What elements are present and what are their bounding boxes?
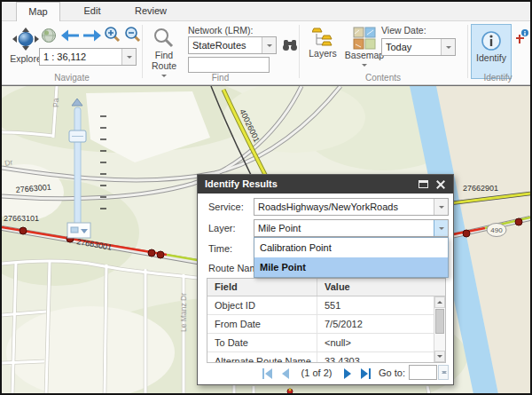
table-cell-field: Object ID xyxy=(207,296,317,314)
tab-review[interactable]: Review xyxy=(126,2,176,21)
table-row: Alternate Route Name 33 4303 xyxy=(207,352,445,363)
globe-icon xyxy=(41,28,57,43)
chevron-down-icon xyxy=(267,44,272,50)
explore-label: Explore xyxy=(10,53,42,64)
route-label: 27663101 xyxy=(4,214,39,223)
network-lrm-combobox[interactable]: StateRoutes xyxy=(188,36,277,54)
identify-results-dialog: Identify Results Service: RoadsHighways/… xyxy=(197,174,454,385)
chevron-down-icon xyxy=(446,46,451,51)
scrollbar-thumb[interactable] xyxy=(435,309,444,334)
mile-point-marker[interactable] xyxy=(463,230,470,237)
map-scale-value: 1 : 36,112 xyxy=(43,49,121,65)
layer-dropdown-button[interactable] xyxy=(434,220,448,236)
zoom-in-button[interactable] xyxy=(104,26,121,47)
last-page-button[interactable] xyxy=(359,367,372,380)
layer-value: Mile Point xyxy=(258,220,433,236)
basemap-button[interactable]: Basemap xyxy=(344,27,385,80)
service-dropdown-button[interactable] xyxy=(434,199,448,215)
table-row: To Date <null> xyxy=(207,334,445,352)
chevron-down-icon xyxy=(439,206,444,211)
table-header-value: Value xyxy=(317,279,445,296)
dropdown-option-mile-point[interactable]: Mile Point xyxy=(254,257,448,277)
table-row: Object ID 551 xyxy=(207,296,445,315)
chevron-down-icon xyxy=(437,355,442,360)
network-lrm-dropdown-button[interactable] xyxy=(262,37,276,53)
mile-point-marker[interactable] xyxy=(515,218,522,225)
map-scale-dropdown-button[interactable] xyxy=(121,49,136,65)
layer-combobox[interactable]: Mile Point xyxy=(254,219,449,237)
tab-review-label: Review xyxy=(135,5,167,16)
table-cell-value: 7/5/2012 xyxy=(317,315,445,333)
service-combobox[interactable]: RoadsHighways/NewYorkRoads xyxy=(254,198,449,216)
identify-button[interactable]: Identify xyxy=(471,24,512,79)
mile-point-marker[interactable] xyxy=(20,227,27,234)
basemap-icon xyxy=(353,27,376,50)
table-header-field: Field xyxy=(207,279,317,296)
view-date-value: Today xyxy=(386,39,440,55)
view-date-dropdown-button[interactable] xyxy=(441,39,455,55)
mile-point-marker[interactable] xyxy=(157,251,164,258)
zoom-out-button[interactable] xyxy=(124,26,142,47)
explore-icon xyxy=(12,27,40,53)
scroll-down-button[interactable] xyxy=(434,351,445,362)
chevron-down-icon xyxy=(127,56,132,61)
network-lrm-value: StateRoutes xyxy=(192,37,261,53)
table-cell-value: 33 4303 xyxy=(317,352,445,363)
zoom-in-icon xyxy=(104,26,121,43)
identify-icon xyxy=(480,29,503,52)
tab-edit-label: Edit xyxy=(84,5,101,16)
maximize-icon[interactable] xyxy=(419,180,428,188)
first-page-button[interactable] xyxy=(262,367,274,380)
service-label: Service: xyxy=(208,201,244,212)
forward-arrow-icon xyxy=(82,28,102,43)
table-cell-value: 551 xyxy=(317,296,445,314)
search-routes-button[interactable] xyxy=(282,37,298,57)
layers-icon xyxy=(312,27,333,48)
dropdown-option-calibration-point[interactable]: Calibration Point xyxy=(254,238,448,257)
zoom-slider-track[interactable] xyxy=(74,107,81,230)
ribbon-tabstrip: Map Edit Review xyxy=(2,2,530,21)
map-scale-combobox[interactable]: 1 : 36,112 xyxy=(39,48,137,66)
goto-spinner[interactable] xyxy=(438,365,449,380)
tab-map[interactable]: Map xyxy=(16,2,60,21)
route-input[interactable] xyxy=(188,57,270,73)
table-cell-value: <null> xyxy=(317,334,445,352)
attributes-table: Field Value Object ID 551 From Date 7/5/… xyxy=(207,278,446,363)
service-value: RoadsHighways/NewYorkRoads xyxy=(258,199,433,215)
mile-point-marker[interactable] xyxy=(148,249,155,257)
identify-route-location-button[interactable] xyxy=(514,29,529,48)
find-route-label-line1: Find xyxy=(155,50,173,60)
network-lrm-label: Network (LRM): xyxy=(188,25,254,36)
street-label: Dr xyxy=(4,157,13,168)
find-route-label-line2: Route xyxy=(152,60,176,71)
previous-extent-button[interactable] xyxy=(60,28,80,46)
table-scrollbar[interactable] xyxy=(434,296,445,362)
identify-route-location-icon xyxy=(514,29,529,44)
group-divider xyxy=(142,25,143,78)
next-page-button[interactable] xyxy=(341,367,354,380)
street-label: Pa xyxy=(51,98,60,107)
basemap-label: Basemap xyxy=(345,50,384,60)
close-icon[interactable] xyxy=(435,179,445,189)
goto-page-input[interactable] xyxy=(409,365,437,380)
contents-group-label: Contents xyxy=(299,73,467,83)
group-divider xyxy=(467,25,468,78)
dialog-titlebar[interactable]: Identify Results xyxy=(198,175,453,194)
previous-page-button[interactable] xyxy=(279,367,292,380)
full-extent-button[interactable] xyxy=(41,28,57,47)
table-cell-field: Alternate Route Name xyxy=(207,352,317,363)
route-label: 27662901 xyxy=(463,184,498,193)
layer-dropdown-list: Calibration Point Mile Point xyxy=(254,237,449,278)
view-date-combobox[interactable]: Today xyxy=(381,38,456,56)
layers-button[interactable]: Layers xyxy=(304,27,341,76)
map-point-feature-dot xyxy=(289,389,292,391)
scroll-up-button[interactable] xyxy=(434,296,445,308)
zoom-out-icon xyxy=(124,26,142,43)
next-extent-button[interactable] xyxy=(82,28,102,46)
identify-label: Identify xyxy=(476,52,506,63)
route-shield-490: 490 xyxy=(487,224,506,237)
navigate-group-label: Navigate xyxy=(2,73,142,83)
table-cell-field: From Date xyxy=(207,315,317,333)
tab-edit[interactable]: Edit xyxy=(73,2,112,21)
view-date-label: View Date: xyxy=(381,25,426,36)
